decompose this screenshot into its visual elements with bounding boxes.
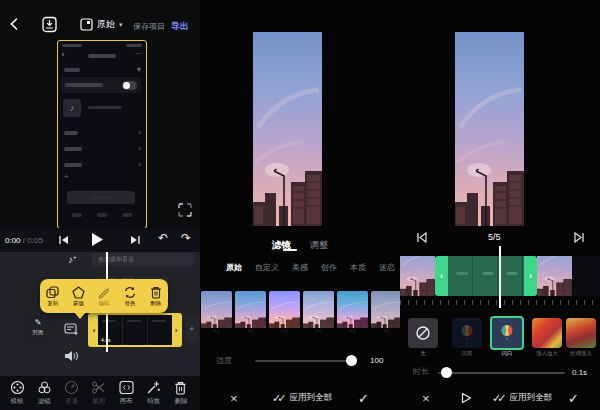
filter-cat-custom[interactable]: 自定义 [255, 262, 279, 273]
transition-pager: 5/5 [488, 232, 501, 242]
music-placeholder-label: 点击添加音乐 [98, 255, 134, 264]
filter-thumb[interactable]: A5 [337, 291, 368, 334]
menu-replace[interactable]: 替换 [123, 286, 137, 307]
toolbar-effects[interactable]: 特效 [141, 380, 167, 406]
toolbar-canvas-label: 画布 [120, 397, 133, 406]
preview-inner-back-icon: ‹ [62, 51, 64, 58]
film-reel-icon [10, 380, 25, 395]
intensity-slider-knob[interactable] [346, 355, 357, 366]
prev-frame-button[interactable] [58, 235, 69, 245]
intensity-label: 强度 [216, 355, 232, 366]
toolbar-canvas[interactable]: 画布 [113, 380, 139, 406]
transition-flash-black[interactable] [452, 318, 482, 348]
filter-cat-create[interactable]: 创作 [321, 262, 337, 273]
clip-context-menu: 复制 蒙版 编辑 替换 删除 [40, 279, 168, 313]
add-clip-button[interactable]: + [186, 317, 198, 341]
filter-thumb[interactable]: A3 [269, 291, 300, 334]
toolbar-trim[interactable]: 裁剪 [86, 380, 112, 406]
add-music-icon[interactable]: ♪+ [68, 254, 77, 265]
filter-thumb-label: A5 [337, 328, 368, 334]
aspect-ratio-selector[interactable]: 原始 ▾ [80, 18, 123, 31]
filter-cat-charm[interactable]: 迷恋 [379, 262, 395, 273]
confirm-icon[interactable]: ✓ [568, 391, 579, 406]
duration-slider-knob[interactable] [441, 367, 452, 378]
redo-icon[interactable]: ↷ [181, 231, 191, 245]
trash-icon [174, 381, 187, 395]
intensity-value: 100 [370, 356, 383, 365]
transition-zoom-in[interactable] [532, 318, 562, 348]
clip-right-handle[interactable]: › [172, 315, 180, 345]
toolbar-trim-label: 裁剪 [92, 397, 105, 406]
menu-mask[interactable]: 蒙版 [72, 286, 85, 307]
filter-thumb[interactable]: A2 [235, 291, 266, 334]
undo-icon[interactable]: ↶ [158, 231, 168, 245]
filter-cat-original[interactable]: 原始 [226, 262, 242, 273]
toolbar-speed-label: 变速 [65, 397, 78, 406]
menu-edit[interactable]: 编辑 [97, 286, 110, 307]
apply-to-all-label: 应用到全部 [509, 392, 552, 404]
apply-to-all-label: 应用到全部 [289, 392, 332, 404]
apply-to-all-button[interactable]: ✓✓ 应用到全部 [272, 392, 332, 405]
filter-thumb[interactable]: A4 [303, 291, 334, 334]
time-current: 0:00 [5, 236, 21, 245]
cancel-icon[interactable]: × [230, 391, 238, 406]
filter-thumb[interactable]: A6 [371, 291, 402, 334]
duration-slider[interactable] [438, 372, 565, 374]
confirm-icon[interactable]: ✓ [358, 391, 369, 406]
filter-thumb[interactable]: A1 [201, 291, 232, 334]
fullscreen-icon[interactable] [178, 203, 192, 217]
menu-delete-label: 删除 [150, 300, 161, 307]
video-preview-selected[interactable]: ‹ ⋯ ▾ ♪ › › › + [57, 40, 147, 229]
video-preview[interactable] [253, 32, 322, 226]
selection-left-handle[interactable]: ‹ [435, 256, 448, 296]
toolbar-speed[interactable]: 变速 [59, 380, 85, 406]
preview-play-icon[interactable] [461, 392, 472, 404]
play-button[interactable] [91, 232, 104, 247]
double-check-icon: ✓✓ [492, 392, 502, 405]
transition-flash-white-selected[interactable] [490, 316, 524, 350]
save-project-button[interactable]: 保存项目 [133, 21, 165, 32]
tab-adjust[interactable]: 调整 [309, 239, 328, 250]
toolbar-template[interactable]: 模板 [4, 380, 30, 406]
filter-cat-beauty[interactable]: 美感 [292, 262, 308, 273]
menu-copy[interactable]: 复制 [46, 286, 59, 307]
export-button[interactable]: 导出 [171, 20, 189, 33]
toolbar-delete[interactable]: 删除 [168, 381, 194, 406]
back-icon[interactable] [8, 17, 20, 31]
clip-left-handle[interactable]: ‹ [90, 315, 98, 345]
menu-delete[interactable]: 删除 [150, 286, 162, 307]
apply-to-all-button[interactable]: ✓✓ 应用到全部 [492, 392, 552, 405]
filter-thumb-label: A4 [303, 328, 334, 334]
aspect-icon [80, 18, 93, 31]
filter-thumb-label: A3 [269, 328, 300, 334]
menu-edit-label: 编辑 [98, 300, 109, 307]
prev-transition-button[interactable] [416, 232, 427, 243]
next-frame-button[interactable] [130, 235, 141, 245]
filter-circles-icon [37, 380, 52, 395]
menu-mask-label: 蒙版 [73, 300, 84, 307]
cancel-icon[interactable]: × [422, 391, 430, 406]
toolbar-delete-label: 删除 [174, 397, 187, 406]
menu-copy-label: 复制 [47, 300, 58, 307]
transition-selection-region[interactable]: ‹ › [435, 256, 537, 296]
transition-none[interactable] [408, 318, 438, 348]
add-caption-icon[interactable] [64, 323, 79, 336]
filter-thumb-label: A1 [201, 328, 232, 334]
cover-edit-button[interactable]: ✎ 封面 [26, 316, 50, 342]
active-tab-underline [283, 249, 297, 251]
transition-silk-fade[interactable] [566, 318, 596, 348]
time-total: / 0:05 [23, 236, 43, 245]
toolbar-filter[interactable]: 滤镜 [31, 380, 57, 406]
selection-right-handle[interactable]: › [524, 256, 537, 296]
filter-thumb-label: A6 [371, 328, 402, 334]
filter-cat-essence[interactable]: 本质 [350, 262, 366, 273]
next-transition-button[interactable] [574, 232, 585, 243]
timeline-clip-selected[interactable]: ‹ 4.0s › [88, 313, 182, 347]
intensity-slider[interactable] [255, 360, 355, 362]
video-preview[interactable] [455, 32, 524, 226]
trash-icon [150, 286, 162, 299]
app-root: 原始 ▾ 保存项目 导出 ‹ ⋯ ▾ ♪ › › › + [0, 0, 600, 410]
volume-icon[interactable] [64, 350, 78, 362]
draft-badge-icon[interactable] [42, 16, 57, 33]
transition-flash-white-label: 闪白 [487, 350, 527, 357]
